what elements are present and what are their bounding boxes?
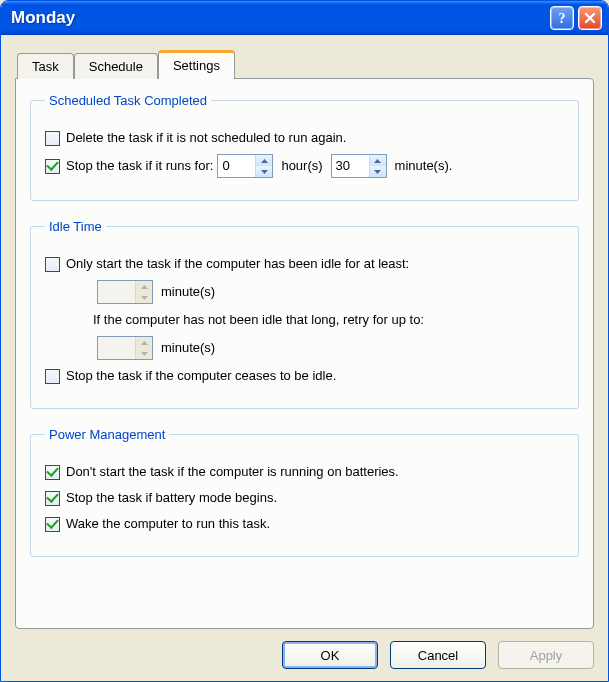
checkbox-label: Don't start the task if the computer is … [66,462,399,482]
group-scheduled-task-completed: Scheduled Task Completed Delete the task… [30,93,579,201]
tab-task[interactable]: Task [17,53,74,79]
retry-label: If the computer has not been idle that l… [93,310,424,330]
checkbox-icon [45,465,60,480]
group-legend-idle: Idle Time [45,219,106,234]
checkbox-icon [45,491,60,506]
idle-minutes-unit: minute(s) [161,282,215,302]
tab-panel-settings: Scheduled Task Completed Delete the task… [15,78,594,629]
close-icon [584,12,596,24]
hours-unit: hour(s) [281,156,322,176]
checkbox-icon [45,369,60,384]
row-stop-if-battery-begins: Stop the task if battery mode begins. [45,488,564,508]
checkbox-label: Stop the task if the computer ceases to … [66,366,336,386]
apply-button: Apply [498,641,594,669]
spin-retry-minutes [97,336,153,360]
row-idle-minutes: minute(s) [45,280,564,304]
dialog-window: Monday ? Task Schedule Settings Schedule… [0,0,609,682]
svg-text:?: ? [559,11,566,25]
checkbox-label: Delete the task if it is not scheduled t… [66,128,346,148]
group-power-management: Power Management Don't start the task if… [30,427,579,557]
checkbox-only-start-if-idle[interactable]: Only start the task if the computer has … [45,254,409,274]
spin-up-icon [135,281,152,292]
spin-arrows [369,155,386,177]
checkbox-wake-to-run[interactable]: Wake the computer to run this task. [45,514,270,534]
spin-down-icon [135,292,152,303]
spin-minutes[interactable]: 30 [331,154,387,178]
checkbox-stop-if-ceases-idle[interactable]: Stop the task if the computer ceases to … [45,366,336,386]
spin-idle-minutes [97,280,153,304]
spin-down-icon[interactable] [255,166,272,177]
spin-hours[interactable]: 0 [217,154,273,178]
spin-arrows [255,155,272,177]
spin-up-icon[interactable] [369,155,386,166]
row-delete-if-not-scheduled: Delete the task if it is not scheduled t… [45,128,564,148]
row-retry-label: If the computer has not been idle that l… [45,310,564,330]
group-idle-time: Idle Time Only start the task if the com… [30,219,579,409]
minutes-unit: minute(s). [395,156,453,176]
spin-value [98,281,135,303]
titlebar[interactable]: Monday ? [1,1,608,35]
spin-up-icon[interactable] [255,155,272,166]
spin-arrows [135,281,152,303]
retry-minutes-unit: minute(s) [161,338,215,358]
cancel-button[interactable]: Cancel [390,641,486,669]
spin-value: 30 [332,155,369,177]
checkbox-icon [45,517,60,532]
checkbox-stop-if-battery-begins[interactable]: Stop the task if battery mode begins. [45,488,277,508]
help-button[interactable]: ? [550,6,574,30]
checkbox-stop-if-runs-for[interactable]: Stop the task if it runs for: [45,156,213,176]
group-legend-power: Power Management [45,427,169,442]
checkbox-icon [45,159,60,174]
checkbox-label: Wake the computer to run this task. [66,514,270,534]
dialog-footer: OK Cancel Apply [15,629,594,669]
ok-button[interactable]: OK [282,641,378,669]
checkbox-dont-start-on-batteries[interactable]: Don't start the task if the computer is … [45,462,399,482]
checkbox-icon [45,131,60,146]
spin-value [98,337,135,359]
spin-up-icon [135,337,152,348]
close-button[interactable] [578,6,602,30]
spin-arrows [135,337,152,359]
spin-down-icon[interactable] [369,166,386,177]
checkbox-label: Stop the task if it runs for: [66,156,213,176]
row-wake-to-run: Wake the computer to run this task. [45,514,564,534]
help-icon: ? [556,11,568,25]
tab-schedule[interactable]: Schedule [74,53,158,79]
row-stop-if-ceases-idle: Stop the task if the computer ceases to … [45,366,564,386]
row-dont-start-on-batteries: Don't start the task if the computer is … [45,462,564,482]
spin-value: 0 [218,155,255,177]
group-legend-completed: Scheduled Task Completed [45,93,211,108]
tab-settings[interactable]: Settings [158,50,235,79]
checkbox-delete-if-not-scheduled[interactable]: Delete the task if it is not scheduled t… [45,128,346,148]
window-title: Monday [11,8,546,28]
client-area: Task Schedule Settings Scheduled Task Co… [1,35,608,681]
row-only-start-if-idle: Only start the task if the computer has … [45,254,564,274]
spin-down-icon [135,348,152,359]
checkbox-label: Stop the task if battery mode begins. [66,488,277,508]
checkbox-icon [45,257,60,272]
row-stop-if-runs-for: Stop the task if it runs for: 0 hour(s) … [45,154,564,178]
checkbox-label: Only start the task if the computer has … [66,254,409,274]
tabstrip: Task Schedule Settings [15,49,594,78]
row-retry-minutes: minute(s) [45,336,564,360]
